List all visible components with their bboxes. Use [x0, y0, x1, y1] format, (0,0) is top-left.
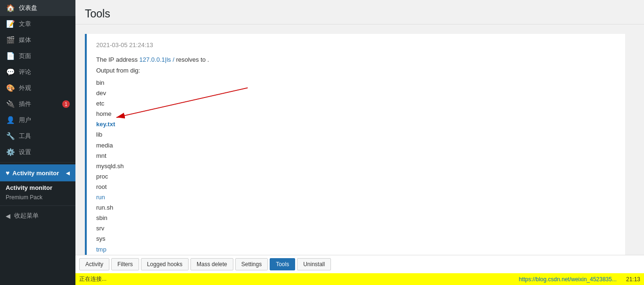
- status-connecting: 正在连接...: [79, 275, 107, 283]
- dashboard-icon: 🏠: [6, 4, 15, 12]
- status-url: https://blog.csdn.net/weixin_4523835...: [519, 276, 616, 283]
- sidebar-item-posts[interactable]: 📝文章: [0, 16, 75, 32]
- users-icon: 👤: [6, 116, 15, 124]
- file-list-item: run: [96, 192, 616, 203]
- file-list-item: mysqld.sh: [96, 161, 616, 171]
- sidebar-label-pages: 页面: [19, 52, 70, 60]
- sidebar: 🏠仪表盘📝文章🎬媒体📄页面💬评论🎨外观🔌插件1👤用户🔧工具⚙️设置 ♥ Acti…: [0, 0, 75, 285]
- comments-icon: 💬: [6, 68, 15, 76]
- collapse-menu-item[interactable]: ◀ 收起菜单: [0, 208, 75, 224]
- sidebar-label-tools: 工具: [19, 132, 70, 140]
- sidebar-label-users: 用户: [19, 116, 70, 124]
- tab-tools[interactable]: Tools: [270, 258, 295, 270]
- pages-icon: 📄: [6, 52, 15, 60]
- sidebar-item-appearance[interactable]: 🎨外观: [0, 80, 75, 96]
- sidebar-item-tools[interactable]: 🔧工具: [0, 128, 75, 144]
- posts-icon: 📝: [6, 20, 15, 28]
- sidebar-label-posts: 文章: [19, 20, 70, 28]
- status-bar: 正在连接... https://blog.csdn.net/weixin_452…: [75, 273, 644, 285]
- sidebar-item-dashboard[interactable]: 🏠仪表盘: [0, 0, 75, 16]
- ip-command: |ls /: [165, 56, 174, 63]
- activity-monitor-sub-item[interactable]: Activity monitor: [0, 181, 75, 193]
- sidebar-label-appearance: 外观: [19, 84, 70, 92]
- file-list-item: dev: [96, 88, 616, 98]
- appearance-icon: 🎨: [6, 84, 15, 92]
- status-time: 21:13: [626, 276, 640, 283]
- collapse-section: ◀ 收起菜单: [0, 205, 75, 224]
- file-list-item: etc: [96, 98, 616, 109]
- ip-text-before: The IP address: [96, 56, 140, 63]
- tools-icon: 🔧: [6, 132, 15, 140]
- tab-filters[interactable]: Filters: [111, 258, 139, 270]
- file-list-item: sys: [96, 234, 616, 244]
- sidebar-label-media: 媒体: [19, 36, 70, 44]
- premium-pack-item[interactable]: Premium Pack: [0, 193, 75, 204]
- file-list-item: tmp: [96, 244, 616, 255]
- plugins-icon: 🔌: [6, 100, 15, 108]
- settings-icon: ⚙️: [6, 148, 15, 156]
- heart-icon: ♥: [6, 169, 9, 177]
- file-list: bindevetchomekey.txtlibmediamntmysqld.sh…: [96, 78, 616, 255]
- tab-bar: ActivityFiltersLogged hooksMass deleteSe…: [75, 255, 644, 273]
- file-list-item: mnt: [96, 151, 616, 161]
- collapse-icon: ◀: [6, 212, 10, 220]
- file-list-item: bin: [96, 78, 616, 88]
- page-title: Tools: [85, 8, 635, 20]
- activity-monitor-nav-item[interactable]: ♥ Activity monitor ◀: [0, 164, 75, 181]
- collapse-label: 收起菜单: [14, 212, 39, 220]
- ip-line: The IP address 127.0.0.1|ls / resolves t…: [96, 56, 616, 63]
- sidebar-item-media[interactable]: 🎬媒体: [0, 32, 75, 48]
- file-list-item: media: [96, 140, 616, 151]
- file-list-item: home: [96, 109, 616, 119]
- file-list-item: root: [96, 182, 616, 192]
- activity-monitor-section: ♥ Activity monitor ◀ Activity monitor Pr…: [0, 162, 75, 204]
- chevron-icon: ◀: [66, 171, 70, 176]
- sidebar-label-settings: 设置: [19, 148, 70, 156]
- tab-uninstall[interactable]: Uninstall: [297, 258, 331, 270]
- annotation-area: bindevetchomekey.txtlibmediamntmysqld.sh…: [96, 78, 616, 255]
- tab-logged-hooks[interactable]: Logged hooks: [141, 258, 189, 270]
- badge-plugins: 1: [62, 100, 70, 108]
- sidebar-item-pages[interactable]: 📄页面: [0, 48, 75, 64]
- timestamp: 2021-03-05 21:24:13: [96, 41, 616, 49]
- tab-mass-delete[interactable]: Mass delete: [190, 258, 233, 270]
- bottom-wrapper: ActivityFiltersLogged hooksMass deleteSe…: [75, 255, 644, 285]
- file-list-item: srv: [96, 223, 616, 234]
- output-label: Output from dig:: [96, 67, 616, 74]
- sidebar-item-comments[interactable]: 💬评论: [0, 64, 75, 80]
- file-list-item: sbin: [96, 213, 616, 223]
- ip-address: 127.0.0.1: [140, 56, 165, 63]
- file-list-item: run.sh: [96, 203, 616, 213]
- sidebar-label-plugins: 插件: [19, 100, 58, 108]
- page-header: Tools: [75, 0, 644, 24]
- ip-text-after: resolves to .: [174, 56, 209, 63]
- content-area: 2021-03-05 21:24:13 The IP address 127.0…: [85, 34, 625, 255]
- tab-activity[interactable]: Activity: [79, 258, 109, 270]
- sidebar-item-settings[interactable]: ⚙️设置: [0, 144, 75, 160]
- activity-monitor-label: Activity monitor: [12, 170, 59, 177]
- file-list-item: lib: [96, 130, 616, 140]
- sidebar-label-dashboard: 仪表盘: [19, 4, 70, 12]
- media-icon: 🎬: [6, 36, 15, 44]
- file-list-item: key.txt: [96, 119, 616, 130]
- sidebar-item-plugins[interactable]: 🔌插件1: [0, 96, 75, 112]
- main-content: Tools 2021-03-05 21:24:13 The IP address…: [75, 0, 644, 285]
- file-list-item: proc: [96, 171, 616, 182]
- sidebar-label-comments: 评论: [19, 68, 70, 76]
- sidebar-item-users[interactable]: 👤用户: [0, 112, 75, 128]
- tab-settings[interactable]: Settings: [235, 258, 268, 270]
